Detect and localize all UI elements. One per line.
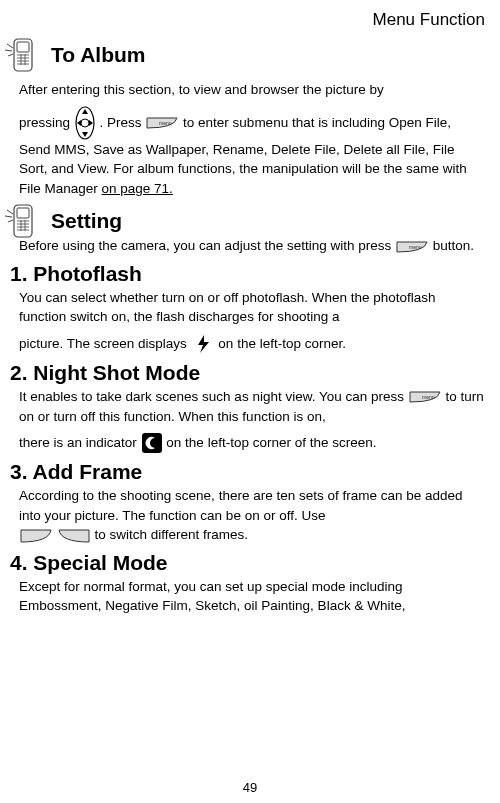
specialmode-para: Except for normal format, you can set up… — [15, 577, 485, 616]
addframe-para: According to the shooting scene, there a… — [15, 486, 485, 545]
menu-key-icon: menu — [145, 116, 179, 130]
svg-line-26 — [7, 210, 13, 214]
text: According to the shooting scene, there a… — [19, 488, 463, 523]
text: button. — [433, 238, 474, 253]
text: It enables to take dark scenes such as n… — [19, 389, 408, 404]
svg-text:menu: menu — [159, 120, 172, 126]
phone-icon — [5, 38, 45, 72]
text: on the left-top corner. — [218, 336, 346, 351]
svg-line-28 — [8, 220, 13, 222]
svg-text:menu: menu — [409, 244, 422, 250]
svg-marker-30 — [198, 335, 209, 353]
page: Menu Function To Album After entering th… — [0, 0, 500, 803]
svg-marker-15 — [77, 120, 81, 126]
svg-line-27 — [5, 216, 12, 217]
text: there is an indicator — [19, 435, 141, 450]
svg-marker-13 — [82, 109, 88, 114]
right-key-icon — [57, 528, 91, 544]
phone-icon — [5, 204, 45, 238]
setting-heading-row: Setting — [5, 204, 485, 238]
photoflash-para-b: picture. The screen displays on the left… — [15, 333, 485, 355]
svg-rect-19 — [17, 208, 29, 218]
menu-key-icon: menu — [408, 390, 442, 404]
text: . Press — [100, 114, 146, 129]
left-key-icon — [19, 528, 53, 544]
svg-marker-16 — [89, 120, 93, 126]
text: picture. The screen displays — [19, 336, 191, 351]
menu-key-icon: menu — [395, 240, 429, 254]
page-71-link[interactable]: on page 71. — [102, 181, 173, 196]
svg-point-12 — [81, 119, 89, 127]
text: on the left-top corner of the screen. — [166, 435, 376, 450]
svg-line-8 — [7, 44, 13, 48]
to-album-title: To Album — [51, 43, 145, 67]
photoflash-title: 1. Photoflash — [10, 262, 485, 286]
setting-para: Before using the camera, you can adjust … — [15, 236, 485, 256]
svg-marker-14 — [82, 132, 88, 137]
svg-line-9 — [5, 50, 12, 51]
nightshot-para-a: It enables to take dark scenes such as n… — [15, 387, 485, 426]
nav-arrows-icon — [74, 106, 96, 140]
svg-rect-1 — [17, 42, 29, 52]
to-album-heading-row: To Album — [5, 38, 485, 72]
setting-title: Setting — [51, 209, 122, 233]
text: to switch different frames. — [95, 527, 249, 542]
night-indicator-icon — [141, 432, 163, 454]
specialmode-title: 4. Special Mode — [10, 551, 485, 575]
to-album-para2: pressing . Press menu to enter submenu t… — [15, 106, 485, 199]
addframe-title: 3. Add Frame — [10, 460, 485, 484]
svg-line-10 — [8, 54, 13, 56]
flash-icon — [191, 333, 215, 355]
nightshot-title: 2. Night Shot Mode — [10, 361, 485, 385]
svg-text:menu: menu — [422, 394, 435, 400]
text: Before using the camera, you can adjust … — [19, 238, 395, 253]
header-right: Menu Function — [15, 10, 485, 30]
to-album-para1: After entering this section, to view and… — [15, 80, 485, 100]
text: pressing — [19, 114, 74, 129]
photoflash-para-a: You can select whether turn on or off ph… — [15, 288, 485, 327]
page-number: 49 — [0, 780, 500, 795]
nightshot-para-b: there is an indicator on the left-top co… — [15, 432, 485, 454]
svg-rect-32 — [142, 433, 162, 453]
